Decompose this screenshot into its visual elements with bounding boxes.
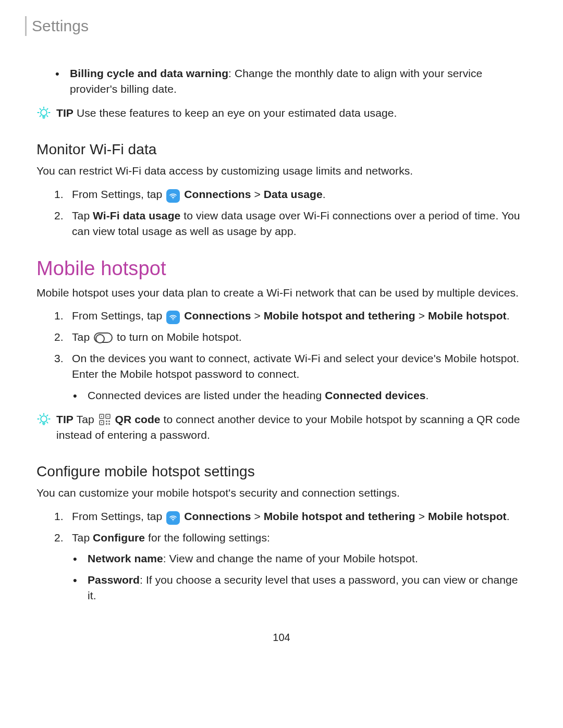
- svg-rect-12: [106, 423, 107, 425]
- configure-step2-bold: Configure: [93, 532, 145, 544]
- hotspot-step-1: 1. From Settings, tap Connections > Mobi…: [54, 308, 527, 324]
- step-number: 1.: [54, 308, 64, 324]
- svg-rect-9: [101, 422, 102, 423]
- monitor-step1-sep: >: [251, 188, 264, 200]
- svg-rect-7: [101, 416, 102, 417]
- hotspot-step3-sub-period: .: [425, 389, 429, 401]
- tip2-text: TIP Tap QR code to connect another devic…: [56, 412, 527, 443]
- hotspot-intro: Mobile hotspot uses your data plan to cr…: [36, 285, 527, 301]
- header-title: Settings: [32, 15, 89, 38]
- configure-steps: 1. From Settings, tap Connections > Mobi…: [54, 509, 527, 604]
- monitor-step1-pre: From Settings, tap: [72, 188, 165, 200]
- svg-rect-13: [108, 423, 110, 425]
- tip1-label: TIP: [56, 107, 74, 119]
- step-number: 2.: [54, 329, 64, 345]
- lightbulb-icon: [36, 412, 51, 426]
- configure-sub2-label: Password: [88, 574, 140, 586]
- monitor-step1-period: .: [323, 188, 326, 200]
- hotspot-step1-p3: Mobile hotspot: [428, 310, 507, 322]
- configure-step1-sep1: >: [251, 510, 264, 522]
- page-number: 104: [36, 630, 527, 645]
- configure-step1-period: .: [507, 510, 510, 522]
- hotspot-step2-pre: Tap: [72, 331, 93, 343]
- hotspot-step1-sep2: >: [415, 310, 428, 322]
- monitor-step1-du: Data usage: [264, 188, 323, 200]
- step-number: 1.: [54, 187, 64, 202]
- hotspot-step1-p2: Mobile hotspot and tethering: [264, 310, 415, 322]
- svg-point-14: [173, 520, 174, 521]
- step-number: 3.: [54, 351, 64, 366]
- header-divider: [25, 16, 27, 36]
- hotspot-step3-sub-bold: Connected devices: [325, 389, 425, 401]
- qr-code-icon: [99, 413, 111, 426]
- configure-sub1-text: : View and change the name of your Mobil…: [163, 552, 418, 564]
- hotspot-steps: 1. From Settings, tap Connections > Mobi…: [54, 308, 527, 403]
- hotspot-step3-text: On the devices you want to connect, acti…: [72, 352, 519, 380]
- page-header: Settings: [25, 15, 527, 38]
- svg-point-1: [173, 198, 174, 199]
- configure-step1-conn: Connections: [184, 510, 251, 522]
- hotspot-step-3: 3. On the devices you want to connect, a…: [54, 351, 527, 403]
- hotspot-step2-post: to turn on Mobile hotspot.: [114, 331, 242, 343]
- tip-row-2: TIP Tap QR code to connect another devic…: [36, 412, 527, 443]
- monitor-step1-conn: Connections: [184, 188, 251, 200]
- hotspot-step1-sep1: >: [251, 310, 264, 322]
- configure-heading: Configure mobile hotspot settings: [36, 461, 527, 483]
- monitor-step2-bold: Wi-Fi data usage: [93, 209, 180, 221]
- hotspot-step1-pre: From Settings, tap: [72, 310, 165, 322]
- hotspot-step3-sub-pre: Connected devices are listed under the h…: [88, 389, 325, 401]
- hotspot-step3-sub: Connected devices are listed under the h…: [72, 388, 527, 403]
- lightbulb-icon: [36, 105, 51, 120]
- configure-step2-post: for the following settings:: [145, 532, 270, 544]
- configure-step2-pre: Tap: [72, 532, 93, 544]
- configure-intro: You can customize your mobile hotspot's …: [36, 485, 527, 501]
- configure-step1-p2: Mobile hotspot and tethering: [264, 510, 415, 522]
- svg-rect-8: [107, 416, 108, 417]
- wifi-icon: [166, 511, 180, 525]
- wifi-icon: [166, 189, 180, 203]
- configure-step1-pre: From Settings, tap: [72, 510, 165, 522]
- step-number: 1.: [54, 509, 64, 524]
- configure-sub2: Password: If you choose a security level…: [72, 572, 527, 604]
- configure-step1-p3: Mobile hotspot: [428, 510, 507, 522]
- tip-row-1: TIP Use these features to keep an eye on…: [36, 105, 527, 121]
- configure-sub1: Network name: View and change the name o…: [72, 551, 527, 566]
- tip1-text: TIP Use these features to keep an eye on…: [56, 105, 527, 121]
- hotspot-step-2: 2. Tap to turn on Mobile hotspot.: [54, 329, 527, 345]
- configure-step-1: 1. From Settings, tap Connections > Mobi…: [54, 509, 527, 525]
- monitor-step2-pre: Tap: [72, 209, 93, 221]
- hotspot-step1-conn: Connections: [184, 310, 251, 322]
- monitor-intro: You can restrict Wi-Fi data access by cu…: [36, 163, 527, 179]
- svg-rect-11: [108, 421, 110, 422]
- tip2-pre: Tap: [77, 413, 97, 425]
- tip1-body: Use these features to keep an eye on you…: [77, 107, 397, 119]
- configure-step-2: 2. Tap Configure for the following setti…: [54, 530, 527, 604]
- step-number: 2.: [54, 208, 64, 224]
- wifi-icon: [166, 311, 180, 324]
- monitor-heading: Monitor Wi-Fi data: [36, 139, 527, 161]
- hotspot-heading: Mobile hotspot: [36, 254, 527, 283]
- svg-point-3: [41, 416, 47, 422]
- monitor-step-2: 2. Tap Wi-Fi data usage to view data usa…: [54, 208, 527, 240]
- svg-point-2: [173, 319, 174, 320]
- configure-sub1-label: Network name: [88, 552, 163, 564]
- hotspot-step1-period: .: [507, 310, 510, 322]
- monitor-steps: 1. From Settings, tap Connections > Data…: [54, 187, 527, 240]
- billing-bullet: Billing cycle and data warning: Change t…: [54, 66, 527, 97]
- monitor-step-1: 1. From Settings, tap Connections > Data…: [54, 187, 527, 203]
- tip2-label: TIP: [56, 413, 74, 425]
- toggle-icon: [94, 332, 113, 343]
- svg-point-0: [41, 110, 47, 116]
- svg-rect-10: [106, 421, 107, 422]
- tip2-bold: QR code: [115, 413, 161, 425]
- billing-label: Billing cycle and data warning: [70, 67, 228, 79]
- configure-step1-sep2: >: [415, 510, 428, 522]
- configure-sub2-text: : If you choose a security level that us…: [88, 574, 518, 601]
- step-number: 2.: [54, 530, 64, 546]
